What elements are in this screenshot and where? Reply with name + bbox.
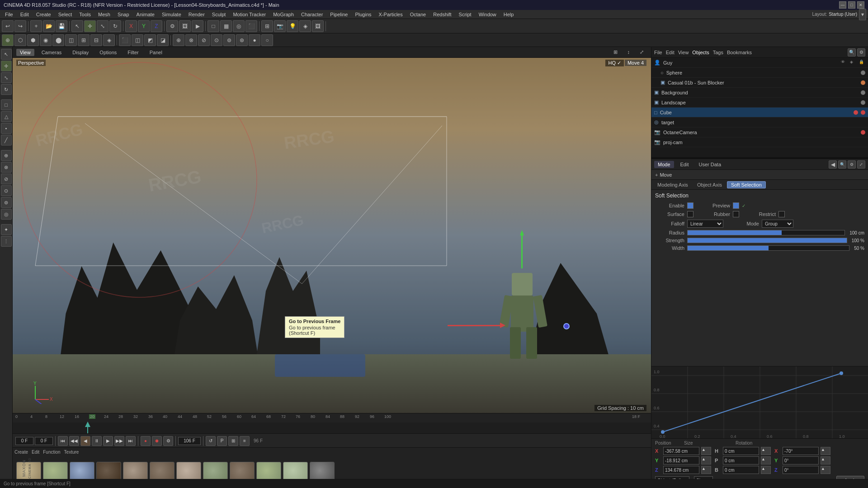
menu-animate[interactable]: Animate (133, 11, 158, 18)
curve-graph[interactable]: 1.0 0.8 0.6 0.4 0.0 0.2 0.4 0.6 0.8 1.0 (651, 366, 868, 438)
attr-config-btn[interactable]: ⚙ (848, 160, 856, 169)
coord-pos-z-input[interactable] (663, 466, 699, 474)
undo-button[interactable]: ↩ (2, 20, 14, 32)
new-object-button[interactable]: + (30, 20, 42, 32)
viewport-icon-3[interactable]: ⤢ (636, 48, 647, 56)
view-tab-filter[interactable]: Filter (124, 49, 142, 56)
layout-dropdown[interactable]: ▾ (859, 9, 866, 20)
lt-tool5[interactable]: ⊚ (1, 197, 12, 208)
sec-btn-3[interactable]: ⬢ (27, 34, 39, 46)
coord-rot-z-up[interactable]: ▲ (821, 466, 830, 474)
coord-rot-y-up[interactable]: ▲ (821, 456, 830, 465)
playback-mode-2[interactable]: P (217, 436, 227, 446)
ss-check-surface[interactable] (687, 211, 693, 217)
sec-btn-17[interactable]: ⊙ (211, 34, 222, 46)
scale-tool[interactable]: ⤡ (97, 20, 108, 32)
close-button[interactable]: ✕ (857, 1, 864, 9)
ss-check-rubber[interactable] (733, 211, 739, 217)
menu-octane[interactable]: Octane (407, 11, 429, 18)
view-tab-cameras[interactable]: Cameras (38, 49, 66, 56)
go-to-end-button[interactable]: ⏭ (126, 436, 136, 446)
sec-btn-9[interactable]: ◈ (103, 34, 115, 46)
current-frame-display[interactable] (35, 437, 53, 445)
menu-help[interactable]: Help (500, 11, 517, 18)
attr-expand-btn[interactable]: ⤢ (857, 160, 865, 169)
sec-btn-13[interactable]: ◪ (157, 34, 169, 46)
sec-btn-21[interactable]: ○ (261, 34, 273, 46)
redo-button[interactable]: ↪ (14, 20, 26, 32)
menu-pipeline[interactable]: Pipeline (327, 11, 351, 18)
sec-btn-7[interactable]: ⊞ (78, 34, 90, 46)
move-tool[interactable]: ✛ (84, 20, 96, 32)
menu-file[interactable]: File (2, 11, 16, 18)
go-to-prev-key-button[interactable]: ◀◀ (69, 436, 79, 446)
view-tab-view[interactable]: View (16, 49, 34, 56)
go-to-prev-frame-button[interactable]: ◀ (80, 436, 90, 446)
playback-mode-1[interactable]: ↺ (206, 436, 216, 446)
sec-btn-11[interactable]: ◫ (132, 34, 143, 46)
mat-create-label[interactable]: Create (14, 450, 28, 455)
lt-tool7[interactable]: ✦ (1, 224, 12, 235)
menu-script[interactable]: Script (456, 11, 475, 18)
mat-edit-label[interactable]: Edit (32, 450, 39, 455)
sec-btn-14[interactable]: ⊕ (173, 34, 184, 46)
coord-size-h-input[interactable] (723, 447, 759, 455)
menu-mograph[interactable]: MoGraph (270, 11, 297, 18)
obj-edit-tab[interactable]: Edit (666, 50, 675, 55)
obj-row-target[interactable]: ◎ target (651, 117, 868, 127)
end-frame-input[interactable] (178, 437, 201, 445)
menu-render[interactable]: Render (185, 11, 208, 18)
display-mode-4[interactable]: ⬛ (245, 20, 257, 32)
obj-render-guy[interactable]: ◈ (850, 60, 856, 66)
viewport[interactable]: RRCG RRCG RRCG RRCG X Y Z Perspective HQ… (13, 58, 651, 413)
ss-strength-slider[interactable] (687, 238, 847, 243)
obj-visibility-guy[interactable]: 👁 (841, 60, 847, 66)
menu-mesh[interactable]: Mesh (95, 11, 113, 18)
timeline-track[interactable] (13, 422, 651, 433)
x-axis-toggle[interactable]: X (125, 20, 137, 32)
attr-userdata-tab[interactable]: User Data (695, 161, 725, 168)
y-axis-toggle[interactable]: Y (138, 20, 150, 32)
attr-left-arrow[interactable]: ◀ (829, 160, 837, 169)
save-scene-button[interactable]: 💾 (56, 20, 67, 32)
z-axis-toggle[interactable]: Z (151, 20, 162, 32)
sec-btn-1[interactable]: ⊕ (2, 34, 14, 46)
lt-edge[interactable]: ╱ (1, 135, 12, 145)
coord-pos-z-up[interactable]: ▲ (701, 466, 711, 474)
coord-size-h-up[interactable]: ▲ (761, 447, 771, 455)
obj-row-guy[interactable]: 👤 Guy 👁 ◈ 🔒 (651, 58, 868, 68)
coord-rot-x-up[interactable]: ▲ (821, 447, 830, 455)
display-mode-1[interactable]: □ (208, 20, 219, 32)
menu-sculpt[interactable]: Sculpt (209, 11, 229, 18)
light-button[interactable]: 💡 (287, 20, 298, 32)
sec-btn-16[interactable]: ⊘ (198, 34, 210, 46)
obj-row-projcam[interactable]: 📷 proj-cam (651, 137, 868, 147)
play-forward-button[interactable]: ▶ (103, 436, 113, 446)
lt-tool2[interactable]: ⊗ (1, 162, 12, 173)
minimize-button[interactable]: — (839, 1, 846, 9)
menu-snap[interactable]: Snap (114, 11, 132, 18)
sec-btn-12[interactable]: ◩ (144, 34, 156, 46)
menu-motion-tracker[interactable]: Motion Tracker (230, 11, 269, 18)
menu-edit[interactable]: Edit (17, 11, 32, 18)
soft-selection-tab[interactable]: Soft Selection (727, 181, 766, 188)
coord-pos-y-up[interactable]: ▲ (701, 456, 711, 465)
view-tab-display[interactable]: Display (69, 49, 92, 56)
sec-btn-20[interactable]: ● (249, 34, 260, 46)
ss-falloff-select[interactable]: Linear Quadratic Cubic (687, 220, 723, 228)
render-settings-button[interactable]: ⚙ (166, 20, 178, 32)
ss-mode-select[interactable]: Group Single (762, 220, 793, 228)
sec-btn-15[interactable]: ⊗ (185, 34, 197, 46)
playhead[interactable] (87, 422, 88, 433)
menu-window[interactable]: Window (476, 11, 500, 18)
lt-tool1[interactable]: ⊕ (1, 150, 12, 161)
menu-redshift[interactable]: Redshift (430, 11, 454, 18)
obj-lock-guy[interactable]: 🔒 (859, 60, 865, 66)
timeline-ruler[interactable]: 0 4 8 12 16 20 24 28 32 36 40 44 48 52 5… (13, 413, 651, 422)
lt-select[interactable]: ↖ (1, 49, 12, 60)
mat-texture-label[interactable]: Texture (64, 450, 79, 455)
menu-create[interactable]: Create (33, 11, 54, 18)
coord-pos-x-up[interactable]: ▲ (701, 447, 711, 455)
lt-box-select[interactable]: □ (1, 99, 12, 110)
ss-width-slider[interactable] (687, 245, 849, 251)
